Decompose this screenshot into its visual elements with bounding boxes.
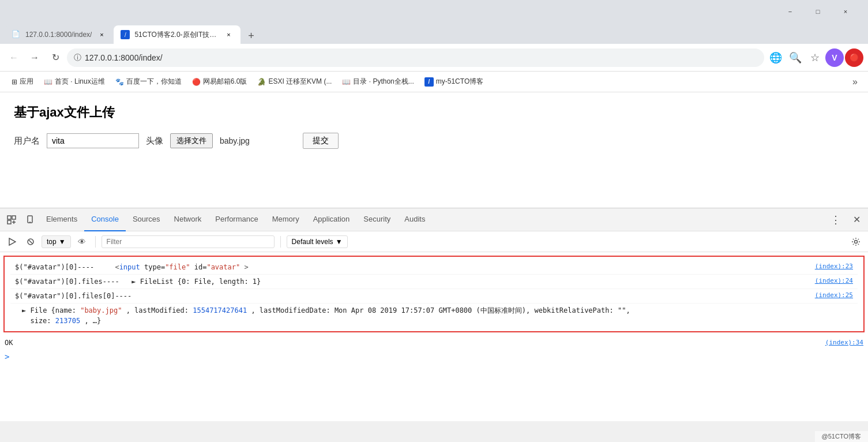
avatar-label: 头像 xyxy=(146,136,163,147)
console-line-3: $("#avatar")[0].files[0]---- (index):25 xyxy=(10,289,858,304)
bookmarks-bar: ⊞ 应用 📖 首页 · Linux运维 🐾 百度一下，你知道 🔴 网易邮箱6.0… xyxy=(0,72,868,92)
bookmark-esxi-label: ESXI 迁移至KVM (... xyxy=(268,77,332,87)
devtools-device-button[interactable] xyxy=(21,211,39,229)
svg-line-9 xyxy=(29,240,32,244)
tab-favicon-1: 📄 xyxy=(12,30,21,39)
browser-chrome: − □ × 📄 127.0.0.1:8000/index/ × / 51CTO博… xyxy=(0,0,868,92)
console-line-num-3[interactable]: (index):25 xyxy=(815,291,853,301)
close-button[interactable]: × xyxy=(832,2,859,21)
ok-text: OK xyxy=(5,338,13,348)
username-label: 用户名 xyxy=(14,136,40,147)
run-icon xyxy=(8,238,16,246)
console-group: $("#avatar")[0]---- <input type="file" i… xyxy=(3,256,865,332)
extension-button[interactable]: 🔴 xyxy=(845,48,863,67)
selected-file-name: baby.jpg xyxy=(220,136,250,145)
console-line-3-content: $("#avatar")[0].files[0]---- xyxy=(15,291,810,301)
console-line-3b: ► File {name: "baby.jpg" , lastModified:… xyxy=(10,304,858,328)
bookmark-mail-icon: 🔴 xyxy=(192,78,201,86)
address-bar[interactable]: ⓘ 127.0.0.1:8000/index/ xyxy=(67,48,764,67)
bookmark-baidu[interactable]: 🐾 百度一下，你知道 xyxy=(111,74,186,89)
tab-application[interactable]: Application xyxy=(306,208,357,231)
console-filter-input[interactable] xyxy=(102,235,275,248)
device-icon xyxy=(25,215,35,224)
title-bar: − □ × xyxy=(0,0,868,23)
console-divider-2 xyxy=(280,236,281,248)
username-input[interactable] xyxy=(47,133,139,148)
new-tab-button[interactable]: + xyxy=(243,28,259,44)
tab-security[interactable]: Security xyxy=(356,208,397,231)
console-line-num-2[interactable]: (index):24 xyxy=(815,276,853,286)
default-levels-label: Default levels xyxy=(292,238,333,246)
tab-performance[interactable]: Performance xyxy=(208,208,265,231)
console-settings-button[interactable] xyxy=(848,234,863,249)
svg-rect-1 xyxy=(7,220,11,224)
console-line-2-content: $("#avatar")[0].files---- ► FileList {0:… xyxy=(15,276,810,287)
bookmark-mail[interactable]: 🔴 网易邮箱6.0版 xyxy=(187,74,252,89)
console-stop-button[interactable] xyxy=(23,234,38,249)
minimize-button[interactable]: − xyxy=(777,2,803,21)
bookmark-apps[interactable]: ⊞ 应用 xyxy=(7,74,38,89)
tab-sources[interactable]: Sources xyxy=(126,208,167,231)
bookmark-51cto-icon: / xyxy=(424,77,434,87)
tab-close-1[interactable]: × xyxy=(96,29,107,40)
default-levels-selector[interactable]: Default levels ▼ xyxy=(287,235,348,248)
devtools-inspect-button[interactable] xyxy=(2,211,21,229)
profile-button[interactable]: V xyxy=(825,48,844,67)
browser-tab-1[interactable]: 📄 127.0.0.1:8000/index/ × xyxy=(5,25,114,44)
devtools-close-button[interactable]: ✕ xyxy=(847,211,866,229)
bookmark-linux[interactable]: 📖 首页 · Linux运维 xyxy=(39,74,110,89)
ok-line-num[interactable]: (index):34 xyxy=(825,338,863,348)
apps-icon: ⊞ xyxy=(12,78,17,86)
console-divider xyxy=(95,236,96,248)
status-bar: @51CTO博客 xyxy=(815,431,868,442)
devtools-toolbar: Elements Console Sources Network Perform… xyxy=(0,208,868,231)
tab-elements[interactable]: Elements xyxy=(39,208,84,231)
svg-rect-2 xyxy=(12,216,16,219)
back-button[interactable]: ← xyxy=(5,48,23,67)
address-text: 127.0.0.1:8000/index/ xyxy=(85,53,757,62)
tab-memory[interactable]: Memory xyxy=(265,208,306,231)
svg-marker-7 xyxy=(9,238,16,245)
devtools-kebab-button[interactable]: ⋮ xyxy=(826,211,845,229)
page-title: 基于ajax文件上传 xyxy=(14,104,854,121)
bookmark-apps-label: 应用 xyxy=(20,77,33,87)
settings-icon xyxy=(851,237,861,246)
tab-close-2[interactable]: × xyxy=(223,29,234,40)
tab-audits[interactable]: Audits xyxy=(397,208,432,231)
console-ok-line: OK (index):34 xyxy=(0,336,868,350)
devtools-panel: Elements Console Sources Network Perform… xyxy=(0,208,868,421)
bookmarks-more[interactable]: » xyxy=(849,74,861,89)
lock-icon: ⓘ xyxy=(74,53,81,63)
console-line-1-content: $("#avatar")[0]---- <input type="file" i… xyxy=(15,262,810,272)
bookmark-51cto[interactable]: / my-51CTO博客 xyxy=(420,74,488,89)
zoom-button[interactable]: 🔍 xyxy=(786,48,805,67)
tab-title-1: 127.0.0.1:8000/index/ xyxy=(25,31,92,39)
console-prompt[interactable]: > xyxy=(0,350,868,364)
console-run-button[interactable] xyxy=(5,234,20,249)
console-output: $("#avatar")[0]---- <input type="file" i… xyxy=(0,252,868,421)
nav-bar: ← → ↻ ⓘ 127.0.0.1:8000/index/ 🌐 🔍 ☆ V 🔴 xyxy=(0,44,868,72)
eye-button[interactable]: 👁 xyxy=(74,234,89,249)
browser-tab-2[interactable]: / 51CTO博客2.0-原创IT技术文章... × xyxy=(114,25,241,44)
levels-dropdown-icon: ▼ xyxy=(336,238,343,246)
translate-button[interactable]: 🌐 xyxy=(766,48,785,67)
tab-console[interactable]: Console xyxy=(84,208,126,231)
bookmark-python[interactable]: 📖 目录 · Python全栈... xyxy=(337,74,418,89)
submit-button[interactable]: 提交 xyxy=(303,133,339,149)
prompt-arrow-icon: > xyxy=(5,352,9,361)
console-bar: top ▼ 👁 Default levels ▼ xyxy=(0,231,868,252)
bookmark-star-button[interactable]: ☆ xyxy=(806,48,824,67)
bookmark-esxi[interactable]: 🐊 ESXI 迁移至KVM (... xyxy=(253,74,336,89)
console-line-num-1[interactable]: (index):23 xyxy=(815,262,853,272)
bookmark-esxi-icon: 🐊 xyxy=(257,78,266,86)
console-line-1: $("#avatar")[0]---- <input type="file" i… xyxy=(10,260,858,275)
tab-network[interactable]: Network xyxy=(167,208,209,231)
refresh-button[interactable]: ↻ xyxy=(46,48,65,67)
file-select-button[interactable]: 选择文件 xyxy=(170,133,213,148)
bookmark-python-label: 目录 · Python全栈... xyxy=(353,77,414,87)
console-line-2: $("#avatar")[0].files---- ► FileList {0:… xyxy=(10,275,858,289)
maximize-button[interactable]: □ xyxy=(805,2,831,21)
tabs-bar: 📄 127.0.0.1:8000/index/ × / 51CTO博客2.0-原… xyxy=(0,23,868,44)
forward-button[interactable]: → xyxy=(25,48,44,67)
context-selector[interactable]: top ▼ xyxy=(42,235,71,248)
